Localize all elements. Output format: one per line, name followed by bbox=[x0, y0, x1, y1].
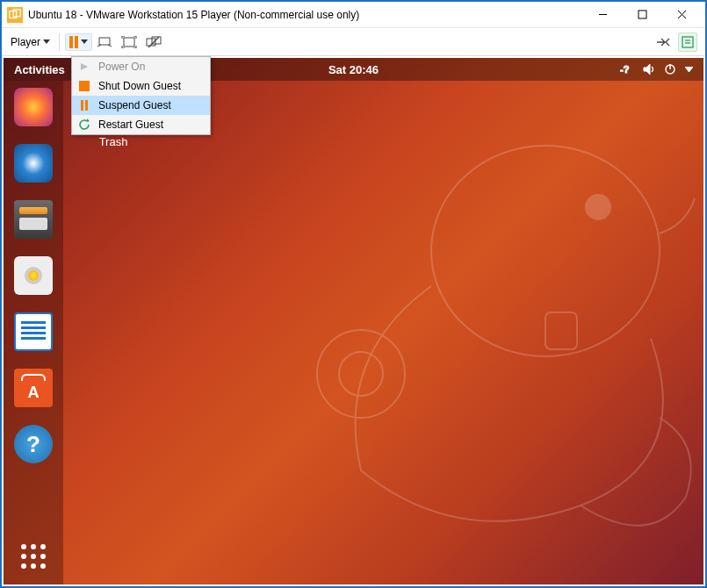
ubuntu-dock: ? bbox=[4, 81, 63, 584]
fullscreen-button[interactable] bbox=[119, 32, 139, 52]
svg-rect-9 bbox=[124, 38, 134, 47]
restart-icon bbox=[77, 118, 91, 132]
dock-app-thunderbird[interactable] bbox=[14, 144, 53, 183]
svg-marker-24 bbox=[644, 64, 650, 75]
svg-marker-16 bbox=[81, 63, 88, 70]
manage-button[interactable] bbox=[678, 32, 697, 52]
pause-icon bbox=[77, 98, 91, 112]
guest-display[interactable]: Activities Sat 20:46 -? ? Trash bbox=[4, 58, 703, 584]
menu-item-shut-down[interactable]: Shut Down Guest bbox=[72, 76, 210, 96]
svg-marker-27 bbox=[685, 67, 693, 72]
power-icon bbox=[664, 63, 676, 75]
wallpaper-artwork bbox=[282, 93, 703, 549]
power-state-button[interactable] bbox=[65, 33, 92, 51]
menu-item-label: Restart Guest bbox=[98, 118, 163, 131]
desktop-icon-label: Trash bbox=[87, 135, 140, 148]
volume-icon bbox=[643, 63, 655, 75]
power-dropdown-menu: Power On Shut Down Guest Suspend Guest R… bbox=[71, 56, 211, 135]
status-area[interactable]: -? bbox=[620, 63, 693, 75]
svg-marker-6 bbox=[43, 39, 50, 44]
menu-item-suspend[interactable]: Suspend Guest bbox=[72, 96, 210, 115]
player-menu-button[interactable]: Player bbox=[7, 34, 54, 50]
chevron-down-icon bbox=[685, 67, 693, 72]
menu-item-power-on: Power On bbox=[72, 57, 210, 76]
unity-mode-button[interactable] bbox=[144, 32, 163, 52]
window-title: Ubuntu 18 - VMware Workstation 15 Player… bbox=[28, 9, 583, 21]
stop-icon bbox=[77, 79, 91, 93]
send-ctrl-alt-del-button[interactable] bbox=[95, 32, 114, 52]
chevron-down-icon bbox=[43, 39, 50, 44]
dock-app-files[interactable] bbox=[14, 200, 53, 239]
svg-rect-8 bbox=[99, 38, 110, 45]
show-applications-button[interactable] bbox=[18, 541, 49, 572]
svg-point-22 bbox=[339, 352, 383, 396]
window-titlebar: Ubuntu 18 - VMware Workstation 15 Player… bbox=[2, 2, 705, 28]
menu-item-label: Shut Down Guest bbox=[98, 80, 181, 92]
dock-app-help[interactable]: ? bbox=[14, 425, 53, 463]
chevron-down-icon bbox=[81, 39, 88, 44]
clock[interactable]: Sat 20:46 bbox=[328, 63, 379, 76]
menu-item-label: Suspend Guest bbox=[98, 99, 171, 111]
dock-app-libreoffice-writer[interactable] bbox=[14, 312, 53, 351]
svg-rect-13 bbox=[682, 37, 693, 47]
player-menu-label: Player bbox=[11, 36, 40, 48]
vmware-app-icon bbox=[7, 7, 23, 23]
svg-rect-3 bbox=[638, 11, 646, 18]
dock-app-rhythmbox[interactable] bbox=[14, 256, 53, 295]
vmware-toolbar: Player bbox=[2, 28, 705, 56]
svg-text:-?: -? bbox=[620, 64, 630, 75]
svg-point-21 bbox=[317, 330, 405, 418]
maximize-button[interactable] bbox=[623, 3, 662, 27]
svg-marker-17 bbox=[87, 118, 90, 122]
dock-app-ubuntu-software[interactable] bbox=[14, 369, 53, 407]
toolbar-divider bbox=[59, 33, 60, 51]
activities-button[interactable]: Activities bbox=[14, 63, 65, 76]
menu-item-restart[interactable]: Restart Guest bbox=[72, 115, 210, 134]
svg-point-19 bbox=[586, 195, 610, 219]
svg-marker-7 bbox=[81, 39, 88, 44]
minimize-button[interactable] bbox=[583, 3, 623, 27]
pause-icon bbox=[69, 36, 78, 48]
cycle-multiple-monitors-button[interactable] bbox=[653, 32, 673, 52]
play-icon bbox=[77, 60, 91, 74]
accessibility-icon: -? bbox=[620, 63, 634, 75]
window-controls bbox=[583, 3, 702, 27]
dock-app-firefox[interactable] bbox=[14, 88, 53, 126]
menu-item-label: Power On bbox=[98, 61, 145, 73]
close-button[interactable] bbox=[662, 3, 702, 27]
svg-rect-20 bbox=[545, 312, 577, 349]
